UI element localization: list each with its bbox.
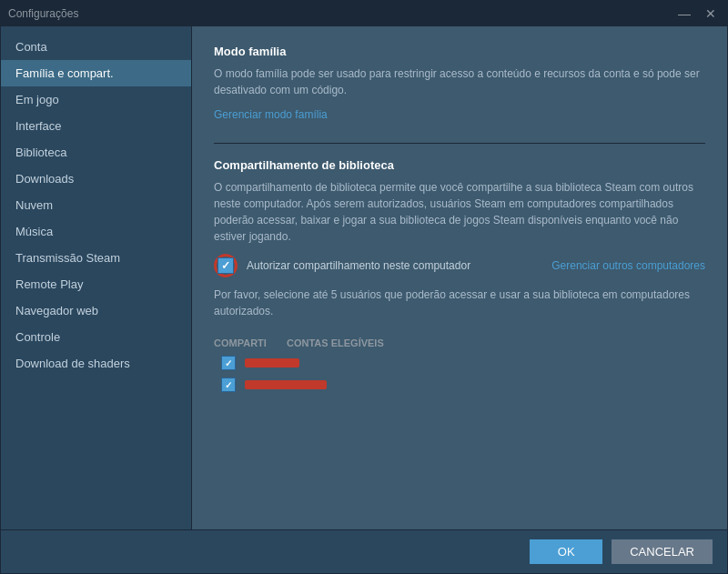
section2-desc: O compartilhamento de biblioteca permite… bbox=[214, 179, 705, 245]
col-header-share: COMPARTI bbox=[214, 337, 287, 348]
sidebar-item-emjogo[interactable]: Em jogo bbox=[1, 86, 191, 113]
checkbox-ring bbox=[214, 254, 238, 277]
sidebar-item-navegador[interactable]: Navegador web bbox=[1, 297, 191, 324]
sidebar-item-familia[interactable]: Família e compart. bbox=[1, 60, 191, 86]
authorize-sharing-label: Autorizar compartilhamento neste computa… bbox=[247, 259, 542, 272]
sidebar-item-controle[interactable]: Controle bbox=[1, 324, 191, 350]
authorize-sharing-checkbox[interactable] bbox=[217, 257, 234, 274]
section-modo-familia: Modo família O modo família pode ser usa… bbox=[214, 45, 705, 121]
window-title: Configurações bbox=[8, 7, 78, 20]
sidebar-item-downloads[interactable]: Downloads bbox=[1, 166, 191, 192]
sidebar: ContaFamília e compart.Em jogoInterfaceB… bbox=[1, 26, 192, 529]
close-button[interactable]: ✕ bbox=[702, 6, 720, 21]
minimize-button[interactable]: — bbox=[674, 6, 694, 21]
sidebar-item-nuvem[interactable]: Nuvem bbox=[1, 192, 191, 218]
eligible-accounts-table: COMPARTI CONTAS ELEGÍVEIS bbox=[214, 337, 705, 396]
row1-account bbox=[245, 358, 299, 368]
row2-checkbox[interactable] bbox=[221, 378, 236, 392]
manage-computers-link[interactable]: Gerenciar outros computadores bbox=[551, 259, 705, 272]
manage-family-link[interactable]: Gerenciar modo família bbox=[214, 108, 328, 121]
table-row bbox=[214, 374, 705, 396]
sidebar-item-transmissao[interactable]: Transmissão Steam bbox=[1, 245, 191, 271]
settings-window: Configurações — ✕ ContaFamília e compart… bbox=[0, 0, 728, 574]
table-row bbox=[214, 352, 705, 374]
sidebar-item-musica[interactable]: Música bbox=[1, 218, 191, 245]
cancel-button[interactable]: CANCELAR bbox=[612, 539, 713, 564]
sidebar-item-conta[interactable]: Conta bbox=[1, 34, 191, 60]
row1-checkbox[interactable] bbox=[221, 356, 236, 370]
sub-description: Por favor, selecione até 5 usuários que … bbox=[214, 287, 705, 319]
ok-button[interactable]: OK bbox=[530, 539, 602, 564]
col-header-accounts: CONTAS ELEGÍVEIS bbox=[287, 337, 705, 348]
sidebar-item-shaders[interactable]: Download de shaders bbox=[1, 350, 191, 377]
main-layout: ContaFamília e compart.Em jogoInterfaceB… bbox=[1, 26, 727, 529]
sharing-checkbox-row: Autorizar compartilhamento neste computa… bbox=[214, 254, 705, 277]
table-header: COMPARTI CONTAS ELEGÍVEIS bbox=[214, 337, 705, 348]
section1-desc: O modo família pode ser usado para restr… bbox=[214, 65, 705, 98]
sidebar-item-interface[interactable]: Interface bbox=[1, 113, 191, 139]
sidebar-item-biblioteca[interactable]: Biblioteca bbox=[1, 139, 191, 166]
window-controls: — ✕ bbox=[674, 6, 720, 21]
row2-account bbox=[245, 380, 327, 389]
footer: OK CANCELAR bbox=[1, 529, 727, 573]
content-panel: Modo família O modo família pode ser usa… bbox=[192, 26, 727, 529]
section1-title: Modo família bbox=[214, 45, 705, 58]
section-divider bbox=[214, 143, 705, 144]
section2-title: Compartilhamento de biblioteca bbox=[214, 158, 705, 172]
titlebar: Configurações — ✕ bbox=[1, 1, 727, 26]
sidebar-item-remoteplay[interactable]: Remote Play bbox=[1, 271, 191, 297]
section-library-sharing: Compartilhamento de biblioteca O compart… bbox=[214, 158, 705, 396]
